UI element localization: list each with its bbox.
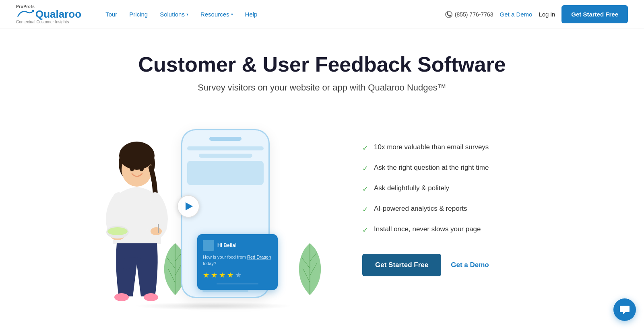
feature-text-2: Ask the right question at the right time [374,164,489,172]
navbar: ProProfs Qualaroo Contextual Customer In… [0,0,644,29]
survey-card: Hi Bella! How is your food from Red Drag… [197,234,278,290]
svg-point-9 [114,293,129,301]
person-illustration [89,132,185,306]
check-icon-2: ✓ [362,164,368,173]
logo-name: Qualaroo [35,9,81,19]
feature-item-5: ✓ Install once, never slows your page [362,225,564,234]
feature-item-3: ✓ Ask delightfully & politely [362,184,564,193]
logo-tagline: Contextual Customer Insights [16,20,69,24]
nav-pricing[interactable]: Pricing [124,8,153,21]
logo-badge: ProProfs [16,4,35,9]
feature-text-3: Ask delightfully & politely [374,184,449,192]
nav-links: Tour Pricing Solutions ▾ Resources ▾ Hel… [101,8,445,21]
survey-question: How is your food from Red Dragon today? [203,254,272,267]
phone-area: 📞 (855) 776-7763 [445,11,493,18]
hero-subtitle: Survey visitors on your website or app w… [198,82,446,93]
feature-item-2: ✓ Ask the right question at the right ti… [362,164,564,173]
features-list: ✓ 10x more valuable than email surveys ✓… [362,143,564,234]
nav-tour[interactable]: Tour [101,8,122,21]
check-icon-1: ✓ [362,144,368,152]
svg-point-12 [140,167,144,171]
survey-brand: Red Dragon [247,255,271,259]
star-3[interactable]: ★ [219,271,225,280]
hero-right-panel: ✓ 10x more valuable than email surveys ✓… [346,143,564,276]
nav-resources[interactable]: Resources ▾ [196,8,238,21]
star-2[interactable]: ★ [211,271,217,280]
check-icon-4: ✓ [362,205,368,214]
svg-point-7 [151,227,162,235]
chat-bubble-button[interactable] [613,298,636,321]
hero-visual: Hi Bella! How is your food from Red Drag… [80,113,346,306]
svg-point-3 [119,142,155,170]
nav-cta-button[interactable]: Get Started Free [561,5,628,23]
phone-line-2 [199,154,252,158]
survey-divider [217,284,258,284]
svg-point-6 [107,227,128,235]
logo-swoosh-icon [16,9,34,19]
leaf-right-decoration [294,236,326,302]
logo[interactable]: ProProfs Qualaroo Contextual Customer In… [16,4,81,24]
chat-icon [619,304,630,315]
star-5[interactable]: ★ [235,271,242,280]
svg-point-10 [144,293,158,301]
phone-line-1 [187,146,264,150]
phone-content-box [187,161,264,185]
survey-card-header: Hi Bella! [203,240,272,251]
hero-title: Customer & User Feedback Software [138,53,506,76]
play-icon [186,202,193,210]
nav-solutions[interactable]: Solutions ▾ [155,8,193,21]
star-rating[interactable]: ★ ★ ★ ★ ★ [203,271,272,280]
chevron-down-icon: ▾ [186,12,188,16]
svg-point-11 [130,167,134,171]
hero-content: Hi Bella! How is your food from Red Drag… [80,113,564,306]
cta-row: Get Started Free Get a Demo [362,254,564,276]
check-icon-3: ✓ [362,185,368,193]
nav-get-demo[interactable]: Get a Demo [500,11,533,18]
play-button[interactable] [177,195,200,218]
phone-number: (855) 776-7763 [455,11,493,18]
survey-avatar [203,240,214,251]
feature-item-4: ✓ AI-powered analytics & reports [362,205,564,214]
check-icon-5: ✓ [362,226,368,234]
feature-text-1: 10x more valuable than email surveys [374,143,489,151]
survey-greeting: Hi Bella! [217,243,237,248]
feature-text-4: AI-powered analytics & reports [374,205,467,213]
nav-login[interactable]: Log in [539,11,555,18]
hero-section: Customer & User Feedback Software Survey… [0,29,644,322]
chevron-down-icon: ▾ [231,12,233,16]
star-4[interactable]: ★ [227,271,233,280]
svg-rect-8 [158,224,159,233]
feature-item-1: ✓ 10x more valuable than email surveys [362,143,564,152]
feature-text-5: Install once, never slows your page [374,225,481,233]
hero-cta-button[interactable]: Get Started Free [362,254,441,276]
hero-demo-link[interactable]: Get a Demo [451,261,489,269]
person-svg [89,132,185,304]
star-1[interactable]: ★ [203,271,209,280]
phone-icon: 📞 [445,11,452,18]
nav-help[interactable]: Help [240,8,262,21]
nav-right: 📞 (855) 776-7763 Get a Demo Log in Get S… [445,5,628,23]
phone-notch [209,137,242,141]
